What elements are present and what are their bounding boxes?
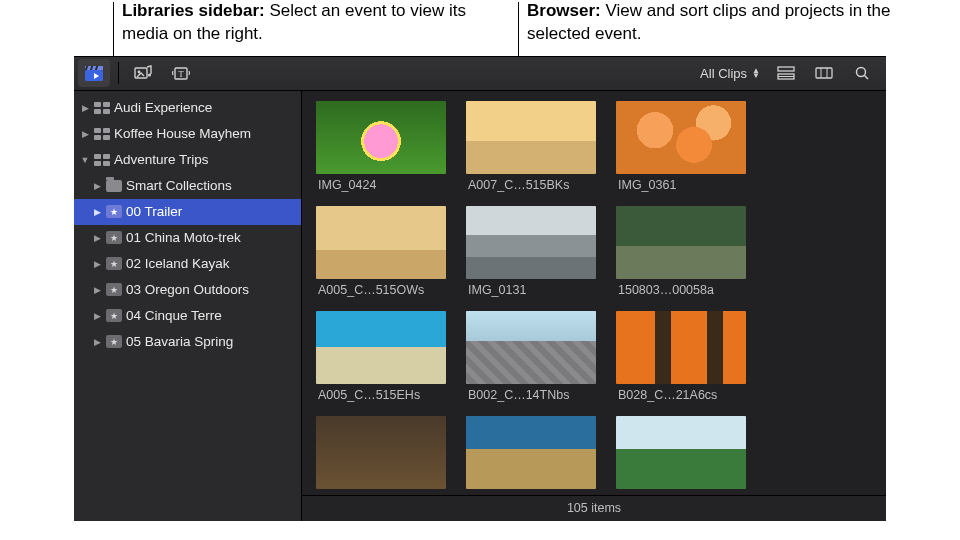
disclosure-icon: ▶ bbox=[92, 259, 102, 269]
clip-item[interactable]: A005_C…515OWs bbox=[316, 206, 446, 307]
clip-filter-label: All Clips bbox=[700, 66, 747, 81]
svg-rect-11 bbox=[778, 67, 794, 71]
svg-rect-21 bbox=[94, 109, 101, 114]
search-button[interactable] bbox=[846, 59, 878, 87]
clip-grid[interactable]: IMG_0424 A007_C…515BKs IMG_0361 A005_C…5… bbox=[302, 91, 886, 495]
sidebar-project-00-trailer[interactable]: ▶ ★ 00 Trailer bbox=[74, 199, 301, 225]
clip-appearance-button[interactable] bbox=[808, 59, 840, 87]
disclosure-icon: ▶ bbox=[80, 129, 90, 139]
sidebar-project-02[interactable]: ▶ ★ 02 Iceland Kayak bbox=[74, 251, 301, 277]
sidebar-project-05[interactable]: ▶ ★ 05 Bavaria Spring bbox=[74, 329, 301, 355]
disclosure-icon: ▶ bbox=[92, 233, 102, 243]
clip-label: B028_C…21A6cs bbox=[616, 384, 746, 412]
titles-generators-button[interactable]: T bbox=[165, 59, 197, 87]
clip-item[interactable]: 150803…00058a bbox=[616, 206, 746, 307]
library-icon bbox=[94, 154, 110, 166]
svg-rect-23 bbox=[94, 128, 101, 133]
event-icon: ★ bbox=[106, 335, 122, 348]
clip-item[interactable]: IMG_0361 bbox=[616, 101, 746, 202]
sidebar-item-label: 01 China Moto-trek bbox=[126, 230, 241, 245]
photos-media-button[interactable] bbox=[127, 59, 159, 87]
disclosure-icon: ▶ bbox=[92, 311, 102, 321]
svg-point-8 bbox=[148, 74, 151, 77]
sidebar-item-label: 00 Trailer bbox=[126, 204, 182, 219]
library-icon bbox=[94, 102, 110, 114]
clip-thumbnail bbox=[466, 311, 596, 384]
callout-line bbox=[518, 2, 519, 60]
toolbar: T All Clips ▲▼ bbox=[74, 57, 886, 91]
clip-item[interactable]: IMG_0131 bbox=[466, 206, 596, 307]
clip-item[interactable]: B002_C…14TNbs bbox=[466, 311, 596, 412]
list-view-button[interactable] bbox=[770, 59, 802, 87]
sidebar-event-adventure[interactable]: ▼ Adventure Trips bbox=[74, 147, 301, 173]
library-tab-button[interactable] bbox=[78, 59, 110, 87]
list-icon bbox=[777, 66, 795, 80]
svg-rect-27 bbox=[94, 154, 101, 159]
event-icon: ★ bbox=[106, 257, 122, 270]
clip-item[interactable]: B028_C…21A6cs bbox=[616, 311, 746, 412]
clip-browser: IMG_0424 A007_C…515BKs IMG_0361 A005_C…5… bbox=[302, 91, 886, 521]
sidebar-item-label: Adventure Trips bbox=[114, 152, 209, 167]
clip-thumbnail bbox=[616, 416, 746, 489]
clip-label: IMG_0131 bbox=[466, 279, 596, 307]
event-icon: ★ bbox=[106, 231, 122, 244]
disclosure-icon: ▶ bbox=[80, 103, 90, 113]
clapperboard-icon bbox=[84, 64, 104, 82]
clip-label: IMG_0424 bbox=[316, 174, 446, 202]
svg-rect-30 bbox=[103, 161, 110, 166]
clip-label: A007_C…515BKs bbox=[466, 174, 596, 202]
library-icon bbox=[94, 128, 110, 140]
svg-rect-29 bbox=[94, 161, 101, 166]
sidebar-item-label: 05 Bavaria Spring bbox=[126, 334, 233, 349]
sidebar-item-label: Audi Experience bbox=[114, 100, 212, 115]
disclosure-icon: ▶ bbox=[92, 285, 102, 295]
clip-label: IMG_0361 bbox=[616, 174, 746, 202]
clip-item[interactable]: A007_C…515BKs bbox=[466, 101, 596, 202]
titles-icon: T bbox=[171, 65, 191, 81]
clip-label: A005_C…515OWs bbox=[316, 279, 446, 307]
sidebar-item-label: 03 Oregon Outdoors bbox=[126, 282, 249, 297]
disclosure-icon: ▶ bbox=[92, 181, 102, 191]
clip-thumbnail bbox=[616, 311, 746, 384]
clip-thumbnail bbox=[466, 416, 596, 489]
clip-label: A005_C…515EHs bbox=[316, 384, 446, 412]
event-icon: ★ bbox=[106, 309, 122, 322]
callout-browser-title: Browser: bbox=[527, 1, 601, 20]
filmstrip-icon bbox=[815, 66, 833, 80]
clip-thumbnail bbox=[616, 101, 746, 174]
clip-thumbnail bbox=[316, 311, 446, 384]
svg-point-17 bbox=[857, 68, 866, 77]
svg-point-7 bbox=[138, 71, 141, 74]
sidebar-item-label: 04 Cinque Terre bbox=[126, 308, 222, 323]
disclosure-open-icon: ▼ bbox=[80, 155, 90, 165]
sidebar-event-koffee[interactable]: ▶ Koffee House Mayhem bbox=[74, 121, 301, 147]
disclosure-icon: ▶ bbox=[92, 207, 102, 217]
sidebar-project-03[interactable]: ▶ ★ 03 Oregon Outdoors bbox=[74, 277, 301, 303]
callouts: Libraries sidebar: Select an event to vi… bbox=[0, 0, 960, 56]
clip-item[interactable]: IMG_0424 bbox=[316, 101, 446, 202]
sidebar-smart-collections[interactable]: ▶ Smart Collections bbox=[74, 173, 301, 199]
event-icon: ★ bbox=[106, 205, 122, 218]
updown-icon: ▲▼ bbox=[752, 68, 760, 78]
search-icon bbox=[854, 65, 870, 81]
sidebar-project-04[interactable]: ▶ ★ 04 Cinque Terre bbox=[74, 303, 301, 329]
clip-filter-dropdown[interactable]: All Clips ▲▼ bbox=[696, 66, 764, 81]
clip-thumbnail bbox=[316, 101, 446, 174]
app-body: ▶ Audi Experience ▶ Koffee House Mayhem … bbox=[74, 91, 886, 521]
clip-item[interactable] bbox=[466, 416, 596, 495]
svg-rect-19 bbox=[94, 102, 101, 107]
event-icon: ★ bbox=[106, 283, 122, 296]
browser-footer: 105 items bbox=[302, 495, 886, 521]
clip-item[interactable] bbox=[316, 416, 446, 495]
svg-rect-20 bbox=[103, 102, 110, 107]
item-count: 105 items bbox=[567, 501, 621, 515]
svg-rect-25 bbox=[94, 135, 101, 140]
svg-rect-28 bbox=[103, 154, 110, 159]
clip-item[interactable] bbox=[616, 416, 746, 495]
clip-item[interactable]: A005_C…515EHs bbox=[316, 311, 446, 412]
sidebar-event-audi[interactable]: ▶ Audi Experience bbox=[74, 95, 301, 121]
svg-rect-22 bbox=[103, 109, 110, 114]
clip-thumbnail bbox=[616, 206, 746, 279]
sidebar-item-label: Smart Collections bbox=[126, 178, 232, 193]
sidebar-project-01[interactable]: ▶ ★ 01 China Moto-trek bbox=[74, 225, 301, 251]
